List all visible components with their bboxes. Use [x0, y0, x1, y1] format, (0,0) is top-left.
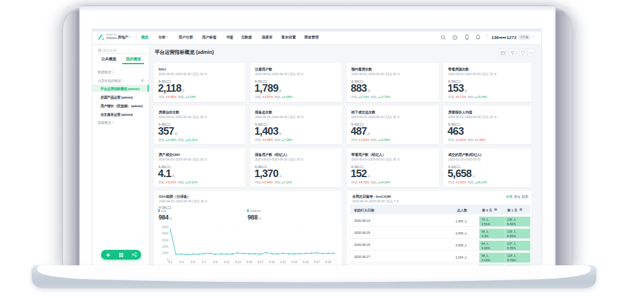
svg-text:1000: 1000	[162, 251, 168, 254]
svg-text:6-15: 6-15	[246, 261, 252, 264]
svg-text:6-17: 6-17	[258, 261, 263, 264]
svg-text:6-3: 6-3	[180, 261, 184, 264]
svg-text:6-1: 6-1	[168, 261, 172, 264]
svg-text:6-7: 6-7	[202, 261, 206, 264]
svg-text:6-9: 6-9	[214, 261, 218, 264]
svg-text:6-23: 6-23	[292, 261, 297, 264]
svg-text:6-19: 6-19	[269, 261, 274, 264]
svg-text:6-27: 6-27	[314, 261, 320, 264]
svg-text:5000: 5000	[162, 225, 168, 229]
svg-text:3000: 3000	[162, 238, 168, 242]
svg-text:6-29: 6-29	[325, 261, 331, 264]
svg-text:6-5: 6-5	[191, 261, 195, 264]
svg-text:4000: 4000	[162, 232, 168, 235]
svg-text:6-11: 6-11	[224, 261, 230, 264]
svg-text:6-25: 6-25	[302, 261, 308, 264]
svg-text:2000: 2000	[162, 245, 168, 248]
svg-text:6-13: 6-13	[235, 261, 240, 264]
svg-text:6-21: 6-21	[280, 261, 286, 264]
